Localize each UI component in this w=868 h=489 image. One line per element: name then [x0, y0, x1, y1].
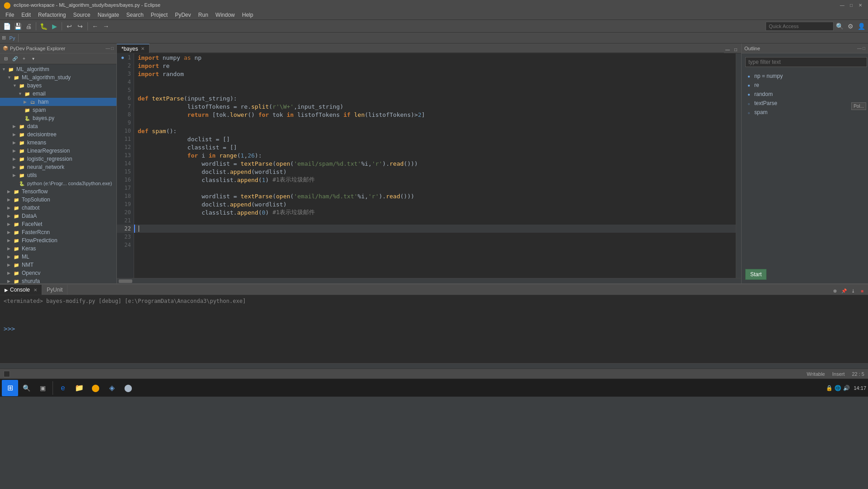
save-button[interactable]: 💾	[13, 21, 23, 31]
tree-item-opencv[interactable]: ▶ 📁 Opencv	[0, 269, 116, 277]
taskbar-task-view[interactable]: ▣	[34, 380, 51, 396]
tree-item-data[interactable]: ▶ 📁 data	[0, 122, 116, 130]
console-tab-close[interactable]: ✕	[34, 288, 37, 292]
tree-item-linear-regression[interactable]: ▶ 📁 LinearRegression	[0, 147, 116, 155]
start-button[interactable]: Start	[745, 269, 767, 280]
console-scroll-lock-btn[interactable]: ⤓	[849, 287, 857, 295]
tree-item-email[interactable]: ▼ 📁 email	[0, 90, 116, 98]
editor-maximize[interactable]: □	[732, 46, 739, 53]
console-tab-console[interactable]: ▶ Console ✕	[0, 285, 42, 295]
menu-run[interactable]: Run	[195, 11, 212, 19]
menu-search[interactable]: Search	[123, 11, 147, 19]
tree-item-chatbot[interactable]: ▶ 📁 chatbot	[0, 204, 116, 212]
menu-pydev[interactable]: PyDev	[171, 11, 194, 19]
outline-item-spam[interactable]: ⬦ spam	[742, 108, 868, 117]
tree-item-nmt[interactable]: ▶ 📁 NMT	[0, 261, 116, 269]
pe-menu[interactable]: ▾	[29, 55, 37, 63]
menu-help[interactable]: Help	[238, 11, 257, 19]
debug-button[interactable]: 🐛	[39, 21, 48, 31]
tree-item-kmeans[interactable]: ▶ 📁 kmeans	[0, 139, 116, 147]
tray-icon-1[interactable]: 🔒	[826, 385, 833, 391]
tree-item-shurufa[interactable]: ▶ 📁 shurufa	[0, 277, 116, 283]
maximize-button[interactable]: □	[847, 1, 855, 9]
folder-icon: 📁	[13, 278, 20, 283]
tree-item-decisiontree[interactable]: ▶ 📁 decisiontree	[0, 130, 116, 139]
editor-tab-bayes[interactable]: *bayes ✕	[117, 44, 149, 53]
tree-item-utils[interactable]: ▶ 📁 utils	[0, 171, 116, 179]
tree-item-flowprediction[interactable]: ▶ 📁 FlowPrediction	[0, 236, 116, 244]
tree-item-facenet[interactable]: ▶ 📁 FaceNet	[0, 220, 116, 228]
tree-item-logistic-regression[interactable]: ▶ 📁 logistic_regression	[0, 155, 116, 163]
editor-right-scrollbar[interactable]	[736, 53, 741, 278]
new-button[interactable]: 📄	[2, 21, 12, 31]
run-button[interactable]: ▶	[49, 21, 59, 31]
back-button[interactable]: ←	[90, 21, 100, 31]
status-bar-right: Writable Insert 22 : 5	[807, 371, 864, 377]
tree-item-ml-algorithm[interactable]: ▼ 📁 ML_algorithm	[0, 65, 116, 73]
console-bottom-scrollbar[interactable]	[0, 363, 868, 369]
console-terminate-btn[interactable]: ■	[858, 287, 866, 295]
perspective-btn-1[interactable]: Py	[9, 34, 16, 42]
outline-item-random[interactable]: ● random	[742, 90, 868, 99]
tree-item-spam-folder[interactable]: 📁 spam	[0, 106, 116, 114]
taskbar-search-button[interactable]: 🔍	[18, 380, 34, 396]
tree-item-topsolution[interactable]: ▶ 📁 TopSolution	[0, 196, 116, 204]
quick-access-input[interactable]	[766, 22, 834, 31]
tree-item-bayes[interactable]: ▼ 📁 bayes	[0, 82, 116, 90]
pe-maximize-icon[interactable]: □	[111, 46, 114, 51]
taskbar-edge-btn[interactable]: e	[55, 380, 71, 396]
tree-item-neural-network[interactable]: ▶ 📁 neural_network	[0, 163, 116, 171]
tray-icon-2[interactable]: 🌐	[834, 385, 841, 391]
tab-close-icon[interactable]: ✕	[141, 46, 145, 51]
menu-window[interactable]: Window	[212, 11, 239, 19]
outline-item-textparse[interactable]: ⬦ textParse	[742, 99, 868, 108]
console-clear-btn[interactable]: ⊗	[831, 287, 839, 295]
outline-maximize-icon[interactable]: □	[863, 46, 865, 51]
redo-button[interactable]: ↪	[75, 21, 85, 31]
tree-item-fasterrcnn[interactable]: ▶ 📁 FasterRcnn	[0, 228, 116, 236]
tree-item-ml-study[interactable]: ▼ 📁 ML_algorithm_study	[0, 73, 116, 82]
menu-navigate[interactable]: Navigate	[94, 11, 122, 19]
outline-minimize-icon[interactable]: —	[857, 46, 862, 51]
editor-minimize[interactable]: —	[724, 46, 731, 53]
pe-collapse-all[interactable]: ⊟	[2, 55, 10, 63]
undo-button[interactable]: ↩	[64, 21, 74, 31]
menu-source[interactable]: Source	[69, 11, 94, 19]
tray-icon-3[interactable]: 🔊	[843, 385, 850, 391]
quick-access-button[interactable]: 🔍	[834, 21, 844, 31]
menu-edit[interactable]: Edit	[18, 11, 34, 19]
menu-project[interactable]: Project	[147, 11, 171, 19]
pe-minimize-icon[interactable]: —	[106, 46, 110, 51]
console-tab-pyunit[interactable]: PyUnit	[42, 285, 68, 295]
menu-file[interactable]: File	[2, 11, 18, 19]
taskbar-start-button[interactable]: ⊞	[2, 380, 18, 396]
console-pin-btn[interactable]: 📌	[840, 287, 848, 295]
outline-item-np[interactable]: ● np = numpy	[742, 72, 868, 81]
pe-new[interactable]: +	[20, 55, 28, 63]
taskbar-chrome-btn[interactable]: ⬤	[120, 380, 136, 396]
taskbar-folder-btn[interactable]: 📁	[71, 380, 87, 396]
taskbar-eclipse-btn[interactable]: ⬤	[87, 380, 104, 396]
taskbar-vscode-btn[interactable]: ◈	[104, 380, 120, 396]
editor-bottom-scrollbar[interactable]	[117, 278, 741, 283]
tree-item-tensorflow[interactable]: ▶ 📁 Tensorflow	[0, 187, 116, 196]
tree-item-dataa[interactable]: ▶ 📁 DataA	[0, 212, 116, 220]
tree-item-bayes-py[interactable]: 🐍 bayes.py	[0, 114, 116, 122]
tree-item-python-interp[interactable]: 🐍 python (e:\Progr... conda3\python.exe)	[0, 179, 116, 187]
toolbar-extra-2[interactable]: 👤	[856, 21, 866, 31]
menu-refactoring[interactable]: Refactoring	[34, 11, 69, 19]
print-button[interactable]: 🖨	[24, 21, 34, 31]
forward-button[interactable]: →	[101, 21, 111, 31]
minimize-button[interactable]: —	[838, 1, 846, 9]
toolbar-extra-1[interactable]: ⚙	[845, 21, 855, 31]
pe-link[interactable]: 🔗	[11, 55, 19, 63]
tree-item-ham[interactable]: ▶ 🗂 ham	[0, 98, 116, 106]
close-button[interactable]: ✕	[856, 1, 864, 9]
outline-item-re[interactable]: ● re	[742, 81, 868, 90]
code-content[interactable]: ● import numpy as np import re import ra…	[134, 53, 736, 278]
tree-item-keras[interactable]: ▶ 📁 Keras	[0, 244, 116, 253]
title-bar-controls[interactable]: — □ ✕	[838, 1, 864, 9]
code-line-22[interactable]	[134, 225, 736, 233]
outline-filter-input[interactable]	[745, 57, 867, 67]
tree-item-ml[interactable]: ▶ 📁 ML	[0, 253, 116, 261]
